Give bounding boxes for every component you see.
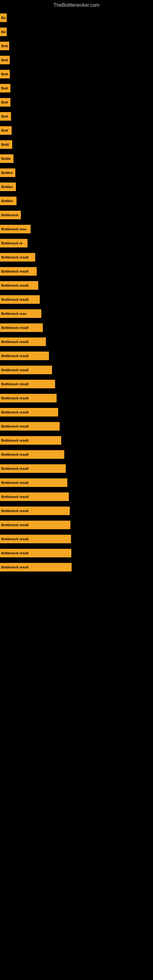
bar-row: Bottleneck result	[0, 422, 153, 431]
bar-row: Bottleneck result	[0, 380, 153, 388]
bar-row: Bottleneck result	[0, 337, 153, 346]
bar-item: Bottleneck result	[0, 535, 71, 543]
bar-item: Bottleneck result	[0, 380, 55, 388]
bar-item: Bottleneck result	[0, 450, 64, 459]
bar-row: Bo	[0, 13, 153, 22]
bar-row: Bottleneck	[0, 211, 153, 219]
bar-item: Bottleneck re	[0, 239, 27, 247]
site-title: TheBottlenecker.com	[0, 0, 153, 10]
bar-item: Bottleneck result	[0, 394, 57, 402]
bar-row: Bott	[0, 41, 153, 50]
bar-row: Bottleneck result	[0, 394, 153, 402]
bar-item: Bottleneck result	[0, 506, 70, 515]
bar-row: Bott	[0, 70, 153, 78]
bar-row: Bottle	[0, 154, 153, 163]
bar-row: Bottleneck result	[0, 323, 153, 332]
bar-row: Bott	[0, 126, 153, 135]
bar-row: Bottleneck result	[0, 535, 153, 543]
bar-row: Bottlen	[0, 169, 153, 177]
bar-item: Bottleneck result	[0, 478, 67, 487]
bar-item: Bott	[0, 126, 12, 135]
bar-item: Bottleneck resu	[0, 309, 41, 318]
bar-row: Bottleneck resu	[0, 225, 153, 233]
bar-row: Bottleneck result	[0, 520, 153, 529]
bar-item: Bottlen	[0, 169, 15, 177]
bar-row: Bottleneck result	[0, 464, 153, 473]
bar-row: Bottlen	[0, 197, 153, 205]
bar-row: Bottleneck result	[0, 506, 153, 515]
bar-row: Bottleneck result	[0, 267, 153, 275]
bar-row: Bottleneck result	[0, 408, 153, 417]
bar-row: Bottleneck re	[0, 239, 153, 247]
bar-item: Bottleneck result	[0, 492, 69, 501]
bar-item: Bottle	[0, 154, 13, 163]
bar-item: Bo	[0, 13, 7, 22]
bar-item: Bottleneck result	[0, 267, 37, 275]
bar-row: Bottleneck result	[0, 450, 153, 459]
bar-item: Bottl	[0, 140, 12, 149]
bar-item: Bottleneck result	[0, 295, 40, 304]
bar-row: Bott	[0, 56, 153, 64]
bar-row: Bott	[0, 112, 153, 121]
bar-item: Bottleneck result	[0, 408, 58, 417]
bar-row: Bo	[0, 27, 153, 36]
bar-item: Bottleneck result	[0, 422, 60, 431]
bar-item: Bottleneck result	[0, 366, 52, 374]
bars-container: BoBoBottBottBottBottBottBottBottBottlBot…	[0, 10, 153, 577]
bar-item: Bottleneck result	[0, 520, 70, 529]
bar-item: Bottleneck result	[0, 563, 72, 571]
bar-row: Bottleneck result	[0, 253, 153, 261]
bar-row: Bottleneck result	[0, 281, 153, 290]
bar-row: Bottleneck result	[0, 352, 153, 360]
bar-row: Bottleneck result	[0, 366, 153, 374]
bar-row: Bottleneck result	[0, 295, 153, 304]
bar-item: Bottleneck	[0, 211, 21, 219]
bar-row: Bottleneck result	[0, 436, 153, 445]
bar-item: Bott	[0, 70, 10, 78]
bar-row: Bottleneck result	[0, 563, 153, 571]
bar-row: Bottleneck result	[0, 492, 153, 501]
bar-item: Bo	[0, 27, 7, 36]
bar-row: Bottl	[0, 140, 153, 149]
bar-item: Bott	[0, 56, 10, 64]
bar-item: Bottleneck result	[0, 281, 38, 290]
bar-row: Bottlen	[0, 183, 153, 191]
bar-item: Bott	[0, 98, 10, 107]
bar-item: Bottleneck result	[0, 549, 71, 557]
bar-item: Bottleneck result	[0, 337, 46, 346]
bar-item: Bott	[0, 112, 11, 121]
bar-item: Bottleneck resu	[0, 225, 30, 233]
bar-row: Bottleneck resu	[0, 309, 153, 318]
bar-item: Bottlen	[0, 197, 16, 205]
bar-item: Bottleneck result	[0, 323, 43, 332]
bar-item: Bottlen	[0, 183, 16, 191]
bar-item: Bottleneck result	[0, 436, 61, 445]
bar-item: Bott	[0, 41, 9, 50]
bar-item: Bottleneck result	[0, 352, 49, 360]
bar-item: Bott	[0, 84, 10, 92]
bar-row: Bott	[0, 84, 153, 92]
bar-item: Bottleneck result	[0, 253, 35, 261]
bar-row: Bottleneck result	[0, 478, 153, 487]
bar-row: Bott	[0, 98, 153, 107]
bar-row: Bottleneck result	[0, 549, 153, 557]
bar-item: Bottleneck result	[0, 464, 66, 473]
